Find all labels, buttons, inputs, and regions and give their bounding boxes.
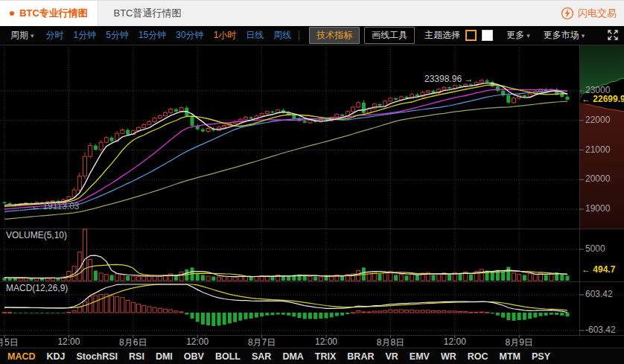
theme-selector: 主题选择: [424, 29, 493, 42]
indicator-tab-stochrsi[interactable]: StochRSI: [77, 351, 118, 362]
fullscreen-icon[interactable]: [607, 29, 619, 41]
interval-周线[interactable]: 周线: [273, 29, 291, 42]
more-markets-dropdown[interactable]: 更多市场 ▾: [544, 29, 585, 42]
indicator-tab-dma[interactable]: DMA: [282, 351, 303, 362]
interval-30分钟[interactable]: 30分钟: [176, 29, 203, 42]
indicator-tab-brar[interactable]: BRAR: [347, 351, 374, 362]
theme-light-swatch[interactable]: [482, 30, 493, 41]
indicator-tab-psy[interactable]: PSY: [532, 351, 550, 362]
indicator-tab-obv[interactable]: OBV: [184, 351, 204, 362]
indicator-tab-bar: MACDKDJStochRSIRSIDMIOBVBOLLSARDMATRIXBR…: [0, 348, 624, 364]
chart-toolbar: 周期 ▾ 分时1分钟5分钟15分钟30分钟1小时日线周线 技术指标 画线工具 主…: [0, 26, 624, 45]
interval-日线[interactable]: 日线: [246, 29, 264, 42]
lightning-icon: [561, 7, 574, 20]
grid-layer: [0, 45, 624, 335]
candlestick-chart[interactable]: [0, 45, 624, 348]
toolbar-divider: [299, 31, 299, 40]
macd-layer: [3, 284, 570, 326]
indicator-tab-boll[interactable]: BOLL: [215, 351, 241, 362]
flash-trade-button[interactable]: 闪电交易: [561, 1, 624, 26]
more-label: 更多: [506, 29, 524, 42]
period-label: 周期: [10, 29, 28, 42]
flash-trade-label: 闪电交易: [578, 7, 617, 20]
period-dropdown[interactable]: 周期 ▾: [10, 29, 34, 42]
tab-btc-normal-label: BTC普通行情图: [114, 7, 182, 20]
more-dropdown[interactable]: 更多 ▾: [506, 29, 530, 42]
indicator-tab-kdj[interactable]: KDJ: [47, 351, 66, 362]
depth-gutter: [580, 45, 624, 229]
tab-btc-normal-chart[interactable]: BTC普通行情图: [98, 1, 197, 26]
interval-1小时[interactable]: 1小时: [214, 29, 237, 42]
indicator-tab-trix[interactable]: TRIX: [315, 351, 336, 362]
indicator-tab-wr[interactable]: WR: [441, 351, 456, 362]
active-tab-dot-icon: [10, 11, 14, 16]
more-markets-label: 更多市场: [544, 29, 579, 42]
indicator-tab-vr[interactable]: VR: [385, 351, 398, 362]
top-tab-bar: BTC专业行情图 BTC普通行情图 闪电交易: [0, 0, 624, 26]
chevron-down-icon: ▾: [526, 32, 530, 39]
indicator-tab-dmi[interactable]: DMI: [156, 351, 173, 362]
interval-group: 分时1分钟5分钟15分钟30分钟1小时日线周线: [46, 29, 292, 42]
indicator-tab-rsi[interactable]: RSI: [129, 351, 144, 362]
tab-btc-pro-label: BTC专业行情图: [19, 7, 88, 20]
panel-borders: [0, 45, 624, 336]
theme-label: 主题选择: [424, 29, 460, 42]
theme-dark-swatch[interactable]: [465, 30, 477, 41]
tab-btc-pro-chart[interactable]: BTC专业行情图: [0, 1, 98, 26]
chevron-down-icon: ▾: [582, 32, 585, 39]
chart-area[interactable]: VOLUME(5,10) MACD(12,26,9) 23398.96 → ← …: [0, 45, 624, 348]
chevron-down-icon: ▾: [31, 32, 34, 39]
technical-indicator-button[interactable]: 技术指标: [309, 27, 360, 44]
indicator-tab-sar[interactable]: SAR: [252, 351, 271, 362]
interval-15分钟[interactable]: 15分钟: [139, 29, 166, 42]
volume-layer: [3, 229, 570, 281]
indicator-tab-roc[interactable]: ROC: [468, 351, 488, 362]
indicator-tab-mtm[interactable]: MTM: [500, 351, 520, 362]
indicator-tab-emv[interactable]: EMV: [410, 351, 430, 362]
draw-tools-button[interactable]: 画线工具: [364, 27, 415, 44]
trading-app: BTC专业行情图 BTC普通行情图 闪电交易 周期 ▾ 分时1分钟5分钟15分钟…: [0, 0, 624, 364]
interval-分时[interactable]: 分时: [46, 29, 64, 42]
interval-1分钟[interactable]: 1分钟: [74, 29, 97, 42]
indicator-tab-macd[interactable]: MACD: [7, 351, 36, 362]
interval-5分钟[interactable]: 5分钟: [106, 29, 129, 42]
